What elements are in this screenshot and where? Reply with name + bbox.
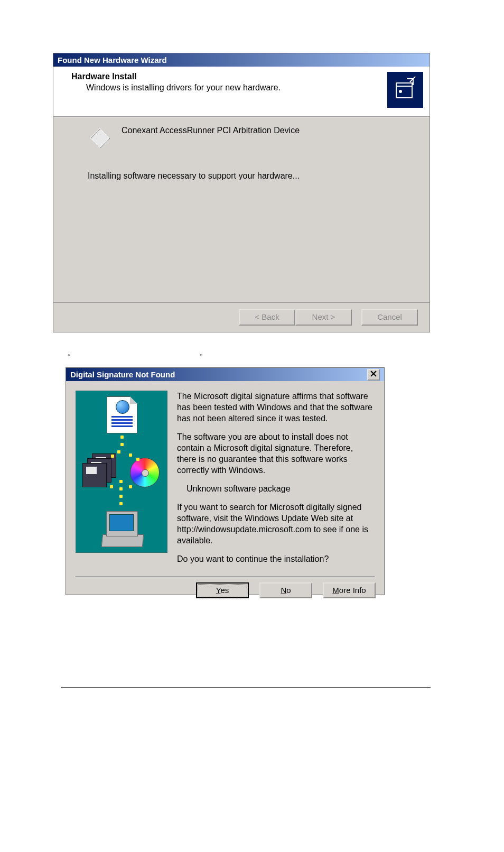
sig-package-name: Unknown software package	[186, 483, 375, 494]
wizard-body: Conexant AccessRunner PCI Arbitration De…	[53, 117, 430, 302]
close-button[interactable]	[367, 369, 380, 381]
cancel-button: Cancel	[361, 309, 418, 326]
wizard-header-title: Hardware Install	[71, 72, 422, 81]
sig-paragraph-3: If you want to search for Microsoft digi…	[177, 502, 375, 546]
install-status-text: Installing software necessary to support…	[88, 171, 419, 181]
svg-point-3	[399, 90, 402, 93]
no-label-rest: o	[286, 586, 291, 595]
more-info-button[interactable]: More Info	[323, 582, 376, 598]
sig-button-bar: Yes No More Info	[66, 577, 384, 606]
footer-divider	[61, 687, 431, 688]
wizard-button-bar: < Back Next > Cancel	[53, 302, 430, 332]
more-label-rest: ore Info	[339, 586, 366, 595]
wizard-header: Hardware Install Windows is installing d…	[53, 67, 430, 117]
device-chip-icon	[88, 126, 113, 151]
yes-button[interactable]: Yes	[196, 582, 249, 598]
wizard-header-subtitle: Windows is installing drivers for your n…	[86, 83, 422, 92]
digital-signature-dialog: Digital Signature Not Found	[66, 367, 385, 595]
sig-titlebar[interactable]: Digital Signature Not Found	[66, 368, 384, 381]
sig-paragraph-2: The software you are about to install do…	[177, 431, 375, 476]
device-name: Conexant AccessRunner PCI Arbitration De…	[122, 126, 300, 135]
svg-rect-0	[396, 86, 412, 98]
found-new-hardware-wizard-dialog: Found New Hardware Wizard Hardware Insta…	[53, 53, 430, 332]
wizard-titlebar[interactable]: Found New Hardware Wizard	[53, 53, 430, 67]
quote-open: “	[68, 353, 70, 363]
svg-marker-4	[91, 129, 110, 148]
sig-message-text: The Microsoft digital signature affirms …	[177, 391, 375, 572]
back-button: < Back	[239, 309, 295, 326]
sig-title: Digital Signature Not Found	[70, 370, 175, 379]
next-button: Next >	[295, 309, 352, 326]
hardware-install-icon	[387, 72, 423, 108]
wizard-title: Found New Hardware Wizard	[58, 55, 167, 64]
yes-label-rest: es	[220, 586, 229, 595]
sig-paragraph-4: Do you want to continue the installation…	[177, 553, 375, 564]
sig-paragraph-1: The Microsoft digital signature affirms …	[177, 391, 375, 424]
signature-graphic-icon	[76, 391, 167, 553]
quote-close: ”	[200, 353, 202, 363]
svg-rect-1	[396, 83, 412, 86]
no-button[interactable]: No	[259, 582, 312, 598]
